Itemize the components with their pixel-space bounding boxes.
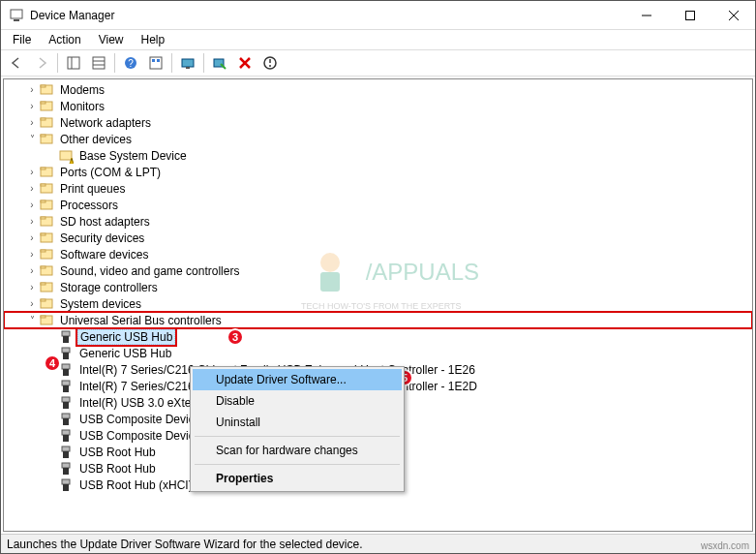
context-menu: Update Driver Software... Disable Uninst…: [190, 366, 405, 492]
svg-rect-17: [186, 67, 190, 69]
expand-collapse-icon[interactable]: ›: [25, 265, 39, 276]
tree-category[interactable]: ›Print queues: [4, 180, 752, 197]
device-icon: [58, 395, 74, 411]
svg-rect-71: [63, 468, 69, 475]
tree-category[interactable]: ›Network adapters: [4, 114, 752, 131]
show-hide-console-tree-button[interactable]: [62, 51, 85, 75]
minimize-button[interactable]: [624, 1, 668, 29]
properties-button[interactable]: [87, 51, 110, 75]
svg-rect-73: [63, 484, 69, 491]
expand-collapse-icon[interactable]: ›: [25, 101, 39, 111]
device-icon: [58, 428, 74, 444]
expand-collapse-icon[interactable]: ›: [25, 249, 39, 260]
svg-rect-70: [62, 463, 70, 468]
statusbar: Launches the Update Driver Software Wiza…: [1, 534, 755, 553]
context-menu-properties[interactable]: Properties: [193, 468, 402, 489]
uninstall-button[interactable]: [233, 51, 257, 75]
category-label: Processors: [58, 199, 120, 212]
titlebar: Device Manager: [1, 1, 755, 30]
expand-collapse-icon[interactable]: ›: [25, 232, 39, 243]
svg-rect-6: [68, 57, 79, 69]
svg-rect-55: [63, 336, 69, 343]
svg-rect-0: [11, 10, 22, 18]
category-label: Software devices: [58, 248, 150, 262]
tree-category[interactable]: ›Sound, video and game controllers: [4, 262, 752, 279]
menu-file[interactable]: File: [5, 31, 39, 48]
tree-category[interactable]: ›Monitors: [4, 98, 752, 114]
app-icon: [9, 8, 24, 23]
device-icon: [58, 461, 74, 477]
list-view-button[interactable]: [144, 51, 167, 75]
category-icon: [39, 296, 54, 312]
expand-collapse-icon[interactable]: ˅: [25, 134, 39, 144]
svg-rect-69: [63, 451, 69, 458]
category-icon: [39, 313, 54, 328]
svg-rect-64: [62, 414, 70, 418]
category-label: Modems: [58, 83, 106, 97]
svg-rect-30: [41, 135, 45, 137]
device-icon: [58, 412, 74, 427]
update-driver-button[interactable]: [176, 51, 199, 75]
expand-collapse-icon[interactable]: ›: [25, 167, 39, 177]
disable-button[interactable]: [258, 51, 282, 75]
expand-collapse-icon[interactable]: ›: [25, 117, 39, 128]
category-icon: [39, 280, 54, 295]
expand-collapse-icon[interactable]: ›: [25, 298, 39, 309]
svg-rect-56: [62, 348, 70, 353]
svg-rect-14: [152, 59, 155, 62]
svg-rect-67: [63, 435, 69, 442]
tree-category[interactable]: ›Storage controllers: [4, 279, 752, 295]
help-button[interactable]: ?: [119, 51, 142, 75]
device-label: USB Root Hub (xHCI): [77, 478, 195, 492]
toolbar-separator: [171, 53, 172, 73]
tree-category[interactable]: ›Software devices: [4, 246, 752, 262]
expand-collapse-icon[interactable]: ›: [25, 200, 39, 210]
svg-rect-8: [93, 57, 105, 69]
menu-action[interactable]: Action: [41, 31, 88, 48]
context-menu-uninstall[interactable]: Uninstall: [193, 412, 402, 433]
category-icon: [39, 115, 54, 131]
device-icon: [58, 329, 74, 345]
category-icon: [39, 181, 54, 197]
expand-collapse-icon[interactable]: ›: [25, 183, 39, 194]
svg-rect-57: [63, 353, 69, 359]
tree-category[interactable]: ›Security devices: [4, 230, 752, 246]
toolbar: ?: [1, 49, 755, 77]
svg-rect-51: [41, 299, 45, 301]
context-menu-update-driver[interactable]: Update Driver Software...: [193, 369, 402, 390]
close-button[interactable]: [711, 1, 755, 29]
device-label: USB Root Hub: [77, 446, 158, 459]
tree-category[interactable]: ›SD host adapters: [4, 213, 752, 230]
svg-rect-41: [41, 217, 45, 219]
context-menu-scan[interactable]: Scan for hardware changes: [193, 440, 402, 461]
device-label: USB Composite Device: [77, 429, 202, 443]
category-label: Print queues: [58, 182, 127, 196]
tree-category[interactable]: ›System devices: [4, 295, 752, 312]
context-menu-disable[interactable]: Disable: [193, 390, 402, 412]
menu-help[interactable]: Help: [134, 31, 173, 48]
expand-collapse-icon[interactable]: ›: [25, 84, 39, 95]
svg-rect-53: [41, 316, 45, 318]
expand-collapse-icon[interactable]: ›: [25, 282, 39, 292]
tree-item[interactable]: !Base System Device: [4, 147, 752, 164]
svg-rect-1: [14, 19, 19, 21]
back-button[interactable]: [5, 51, 28, 75]
maximize-button[interactable]: [668, 1, 711, 29]
scan-hardware-button[interactable]: [208, 51, 231, 75]
menu-view[interactable]: View: [91, 31, 132, 48]
category-icon: [39, 165, 54, 180]
svg-rect-54: [62, 331, 70, 336]
tree-item[interactable]: Generic USB Hub: [4, 345, 752, 361]
tree-category[interactable]: ˅Other devices: [4, 131, 752, 147]
svg-rect-72: [62, 479, 70, 484]
expand-collapse-icon[interactable]: ›: [25, 216, 39, 227]
category-label: Network adapters: [58, 116, 153, 130]
tree-category[interactable]: ›Processors: [4, 197, 752, 213]
tree-category[interactable]: ›Ports (COM & LPT): [4, 164, 752, 180]
category-label: Universal Serial Bus controllers: [58, 314, 224, 327]
forward-button[interactable]: [30, 51, 53, 75]
expand-collapse-icon[interactable]: ˅: [25, 315, 39, 325]
tree-item[interactable]: Generic USB Hub: [4, 328, 752, 345]
tree-category[interactable]: ›Modems: [4, 81, 752, 98]
tree-category[interactable]: ˅Universal Serial Bus controllers: [4, 312, 752, 328]
